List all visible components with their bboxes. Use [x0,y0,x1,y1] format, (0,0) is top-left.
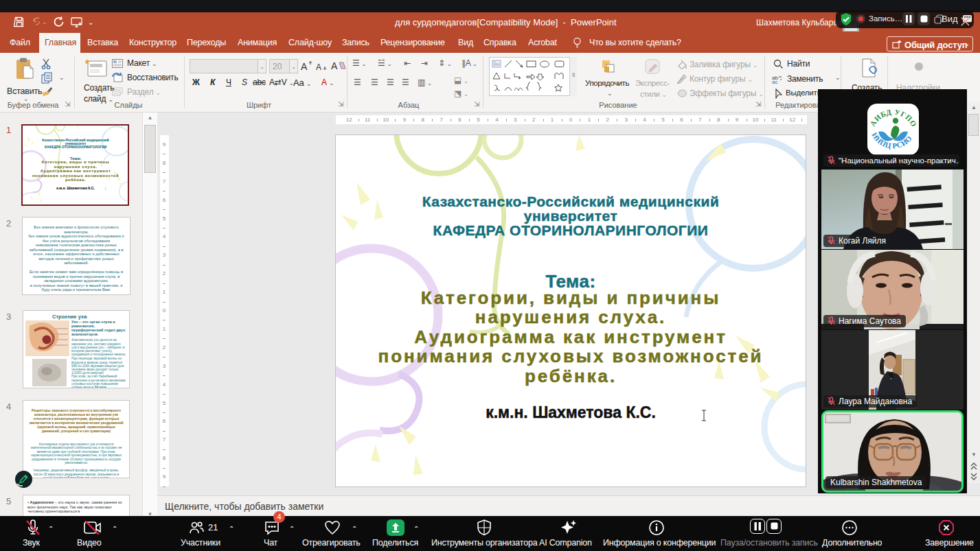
svg-text:ac: ac [772,79,777,84]
svg-text:А: А [316,62,321,71]
svg-text:⌄: ⌄ [42,19,47,25]
svg-text:⌄: ⌄ [88,19,93,26]
svg-text:А: А [331,60,338,71]
svg-text:А: А [301,61,308,71]
